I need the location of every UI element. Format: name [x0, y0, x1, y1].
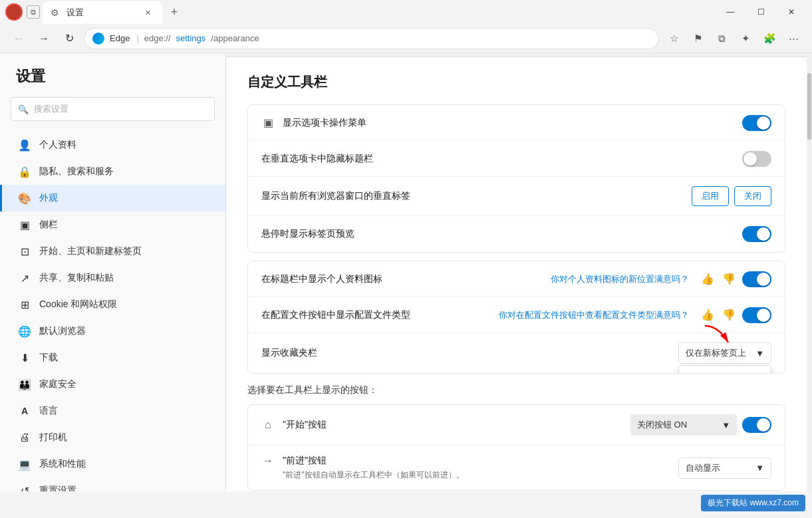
favorites-bar-text: 显示收藏夹栏	[261, 347, 317, 359]
favorites-bar-selected: 仅在新标签页上	[686, 347, 746, 359]
close-button[interactable]: ✕	[776, 0, 807, 24]
thumbs-up-2-icon[interactable]: 👍	[701, 309, 714, 321]
home-button-label: ⌂ "开始"按钮	[261, 419, 630, 431]
favorites-bar-control: 仅在新标签页上 ▼ 始终 ← 从不	[678, 342, 771, 364]
collections-icon[interactable]: ⚑	[687, 28, 708, 49]
nav-icons: ☆ ⚑ ⧉ ✦ 🧩 ⋯	[663, 28, 804, 49]
minimize-button[interactable]: —	[715, 0, 745, 24]
hide-titlebar-text: 在垂直选项卡中隐藏标题栏	[261, 153, 373, 165]
settings-tab[interactable]: ⚙ 设置 ✕	[43, 1, 162, 24]
favorites-bar-dropdown[interactable]: 仅在新标签页上 ▼	[678, 342, 771, 364]
sidebar-item-privacy[interactable]: 🔒 隐私、搜索和服务	[0, 158, 225, 185]
extensions-icon[interactable]: 🧩	[759, 28, 780, 49]
back-button[interactable]: ←	[8, 28, 29, 49]
forward-button[interactable]: →	[33, 28, 55, 49]
sidebar-item-share[interactable]: ↗ 共享、复制和粘贴	[0, 265, 225, 291]
address-url-path: /appearance	[211, 33, 259, 43]
sidebar-item-share-label: 共享、复制和粘贴	[39, 272, 114, 284]
hide-titlebar-toggle[interactable]	[742, 151, 771, 167]
hover-preview-text: 悬停时显示标签页预览	[261, 228, 354, 240]
hover-preview-control	[742, 226, 771, 242]
profile-type-text: 在配置文件按钮中显示配置文件类型	[261, 309, 410, 321]
profile-avatar	[5, 3, 23, 21]
show-tab-actions-row: ▣ 显示选项卡操作菜单	[248, 105, 785, 141]
browser-icon: 🌐	[18, 325, 31, 338]
scrollbar-track[interactable]	[807, 53, 812, 491]
sidebar-item-appearance-label: 外观	[39, 192, 58, 204]
thumbs-down-icon[interactable]: 👎	[722, 273, 736, 285]
close-vertical-tabs-button[interactable]: 关闭	[734, 186, 771, 206]
show-vertical-tabs-row: 显示当前所有浏览器窗口的垂直标签 启用 关闭	[248, 177, 785, 216]
title-bar: ⧉ ⚙ 设置 ✕ + — ☐ ✕	[0, 0, 812, 24]
scrollbar-thumb[interactable]	[807, 73, 811, 140]
maximize-button[interactable]: ☐	[745, 0, 776, 24]
refresh-button[interactable]: ↻	[59, 28, 80, 49]
sidebar-item-cookies-label: Cookie 和网站权限	[39, 299, 117, 311]
sidebar-item-cookies[interactable]: ⊞ Cookie 和网站权限	[0, 291, 225, 318]
sidebar-item-browser[interactable]: 🌐 默认浏览器	[0, 318, 225, 344]
main-layout: 设置 🔍 搜索设置 👤 个人资料 🔒 隐私、搜索和服务 🎨 外观 ▣ 侧栏 ⊡ …	[0, 53, 812, 491]
sidebar-title: 设置	[0, 66, 225, 97]
toggle-thumb	[757, 116, 770, 130]
tab-title: 设置	[67, 7, 84, 19]
sidebar-item-startpage[interactable]: ⊡ 开始、主页和新建标签页	[0, 238, 225, 265]
home-button-toggle[interactable]	[742, 417, 771, 433]
sidebar-item-family[interactable]: 👪 家庭安全	[0, 371, 225, 398]
show-tab-actions-toggle[interactable]	[742, 115, 771, 131]
sidebar-item-downloads-label: 下载	[39, 352, 58, 364]
sidebar-item-printing[interactable]: 🖨 打印机	[0, 424, 225, 451]
more-button[interactable]: ⋯	[783, 28, 804, 49]
enable-vertical-tabs-button[interactable]: 启用	[692, 186, 729, 206]
split-screen-icon[interactable]: ⧉	[711, 28, 732, 49]
profile-icon-control: 你对个人资料图标的新位置满意吗？ 👍 👎	[551, 271, 771, 287]
tab-close-button[interactable]: ✕	[141, 6, 154, 19]
show-tab-actions-control	[742, 115, 771, 131]
startpage-icon: ⊡	[18, 245, 31, 258]
sidebar-item-languages[interactable]: A 语言	[0, 398, 225, 424]
sidebar-item-downloads[interactable]: ⬇ 下载	[0, 344, 225, 371]
sidebar-item-startpage-label: 开始、主页和新建标签页	[39, 245, 142, 257]
profile-type-toggle[interactable]	[742, 307, 771, 323]
address-bar[interactable]: Edge | edge://settings/appearance	[84, 28, 659, 49]
sidebar-item-reset[interactable]: ↺ 重置设置	[0, 477, 225, 491]
home-button-dropdown[interactable]: 关闭按钮 ON ▼	[630, 414, 737, 436]
profile-type-label: 在配置文件按钮中显示配置文件类型	[261, 309, 499, 321]
browser-essentials-icon[interactable]: ✦	[735, 28, 756, 49]
content-area: 自定义工具栏 ▣ 显示选项卡操作菜单	[226, 53, 807, 491]
thumbs-up-icon[interactable]: 👍	[701, 273, 714, 285]
favorites-bar-row: 显示收藏夹栏	[248, 333, 785, 373]
hover-preview-toggle[interactable]	[742, 226, 771, 242]
show-vertical-tabs-text: 显示当前所有浏览器窗口的垂直标签	[261, 190, 410, 202]
show-vertical-tabs-label: 显示当前所有浏览器窗口的垂直标签	[261, 190, 692, 202]
address-url-domain: settings	[176, 33, 206, 43]
toggle-thumb-3	[757, 227, 770, 241]
home-button-row: ⌂ "开始"按钮 关闭按钮 ON ▼	[248, 405, 785, 446]
languages-icon: A	[18, 406, 31, 416]
sidebar-item-sidebar[interactable]: ▣ 侧栏	[0, 211, 225, 238]
sidebar-item-profile-label: 个人资料	[39, 139, 76, 151]
new-tab-button[interactable]: +	[165, 3, 184, 21]
profile-type-row: 在配置文件按钮中显示配置文件类型 你对在配置文件按钮中查看配置文件类型满意吗？ …	[248, 297, 785, 333]
toolbar-buttons-title: 选择要在工具栏上显示的按钮：	[247, 384, 785, 396]
sidebar-item-system[interactable]: 💻 系统和性能	[0, 451, 225, 477]
forward-button-dropdown[interactable]: 自动显示 ▼	[678, 457, 771, 479]
favorites-icon[interactable]: ☆	[663, 28, 684, 49]
show-tab-actions-label: ▣ 显示选项卡操作菜单	[261, 116, 742, 129]
title-bar-left: ⧉	[5, 3, 40, 21]
dropdown-item-always[interactable]: 始终 ←	[679, 366, 771, 374]
profile-type-control: 你对在配置文件按钮中查看配置文件类型满意吗？ 👍 👎	[499, 307, 771, 323]
sidebar-item-system-label: 系统和性能	[39, 458, 86, 470]
sidebar-search[interactable]: 🔍 搜索设置	[11, 97, 215, 121]
home-toggle-thumb	[757, 418, 770, 432]
profile-icon-toggle[interactable]	[742, 271, 771, 287]
settings-card: ▣ 显示选项卡操作菜单 在垂直选项卡中隐藏标题栏	[247, 104, 785, 253]
sidebar-item-printing-label: 打印机	[39, 432, 67, 444]
forward-button-control: 自动显示 ▼	[678, 457, 771, 479]
tab-manager-icon[interactable]: ⧉	[27, 5, 40, 19]
sidebar-item-appearance[interactable]: 🎨 外观	[0, 185, 225, 211]
chevron-home-icon: ▼	[722, 420, 730, 430]
sidebar-item-profile[interactable]: 👤 个人资料	[0, 132, 225, 158]
thumbs-down-2-icon[interactable]: 👎	[722, 309, 736, 321]
profile-feedback-text: 你对个人资料图标的新位置满意吗？	[551, 273, 689, 285]
sidebar-item-browser-label: 默认浏览器	[39, 325, 86, 337]
